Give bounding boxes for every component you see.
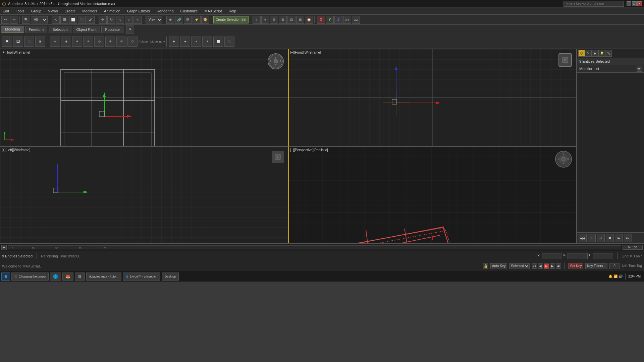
selected-dropdown[interactable]: Selected — [509, 263, 530, 269]
key-filters-button[interactable]: Key Filters... — [585, 263, 607, 269]
create-selection-set-button[interactable]: Create Selection Sel — [213, 16, 249, 23]
tb-redo[interactable]: ↪ — [10, 16, 18, 24]
prev-frame-btn[interactable]: ◀ — [538, 263, 543, 269]
menu-rendering[interactable]: Rendering — [155, 8, 175, 14]
z-field[interactable] — [593, 253, 613, 259]
viewport-perspective[interactable]: [+][Perspective][Realistic] — [288, 146, 576, 243]
ribbon-btn-7[interactable]: ⊕ — [72, 37, 82, 47]
next-frame-btn[interactable]: ▶ — [550, 263, 555, 269]
tb-align3[interactable]: ⊠ — [279, 16, 287, 24]
close-button[interactable]: ✕ — [637, 1, 642, 6]
ribbon-extra-1[interactable]: ▶ — [169, 37, 179, 47]
menu-group[interactable]: Group — [30, 8, 43, 14]
x-field[interactable] — [542, 253, 562, 259]
tb-x-axis[interactable]: X — [317, 16, 325, 24]
tb-move[interactable]: ✛ — [99, 16, 107, 24]
ribbon-btn-5[interactable]: ◈ — [50, 37, 60, 47]
tb-align2[interactable]: ⊟ — [270, 16, 278, 24]
tab-freeform[interactable]: Freeform — [25, 26, 48, 33]
tb-select-by-name[interactable]: ☰ — [60, 16, 68, 24]
transform-dropdown[interactable]: View — [146, 16, 162, 23]
tb-link[interactable]: 🔗 — [175, 16, 183, 24]
panel-stop-btn[interactable]: ⏹ — [606, 234, 614, 242]
tb-y-axis[interactable]: Y — [326, 16, 334, 24]
tb-scale3[interactable]: ⤣ — [133, 16, 142, 24]
ribbon-btn-4[interactable]: ▣ — [35, 37, 45, 47]
taskbar-skype[interactable]: S Skype™ - ericsepich — [123, 273, 161, 281]
taskbar-3dsmax[interactable]: ⬡ Changing the proper... — [11, 273, 49, 281]
tb-undo[interactable]: ↩ — [1, 16, 9, 24]
tb-select-filter[interactable]: 🔍 — [22, 16, 30, 24]
tb-bind[interactable]: ⚡ — [193, 16, 201, 24]
ribbon-btn-2[interactable]: 🔳 — [13, 37, 23, 47]
auto-key-button[interactable]: Auto Key — [490, 263, 507, 269]
go-end-btn[interactable]: ⏭ — [556, 263, 561, 269]
viewport-front[interactable]: [+][Front][Wireframe] — [288, 49, 576, 146]
tb-align5[interactable]: ⊞ — [296, 16, 304, 24]
tb-mirror[interactable]: ⬦ — [253, 16, 261, 24]
polygon-modeling-label[interactable]: Polygon Modeling ▾ — [139, 37, 167, 47]
panel-rec-btn[interactable]: ⏮ — [615, 234, 623, 242]
tab-selection[interactable]: Selection — [49, 26, 71, 33]
persp-nav-gizmo[interactable]: T B L R — [555, 151, 572, 168]
front-nav-gizmo[interactable]: F — [558, 53, 572, 67]
menu-edit[interactable]: Edit — [1, 8, 10, 14]
tb-scale[interactable]: ⤡ — [116, 16, 124, 24]
panel-next-btn[interactable]: ⏭ — [624, 234, 632, 242]
ribbon-btn-6[interactable]: ◉ — [61, 37, 71, 47]
minimize-button[interactable]: ─ — [627, 1, 631, 6]
ribbon-extra-3[interactable]: ▲ — [191, 37, 201, 47]
panel-tab-hierarchy[interactable]: ✎ — [585, 50, 592, 57]
ribbon-btn-9[interactable]: ◎ — [94, 37, 104, 47]
tb-select[interactable]: ↖ — [52, 16, 60, 24]
panel-play-btn[interactable]: ◀◀ — [579, 234, 587, 242]
viewport-top[interactable]: [+][Top][Wireframe] — [0, 49, 288, 146]
lock-button[interactable]: 🔒 — [483, 263, 488, 269]
ribbon-extra-6[interactable]: ⬛ — [224, 37, 234, 47]
taskbar-firefox[interactable]: 🦊 — [62, 273, 73, 281]
tab-modeling[interactable]: Modeling — [1, 26, 24, 33]
modifier-list-dropdown[interactable]: ▼ — [637, 66, 642, 72]
panel-tab-modify[interactable]: ⬡ — [578, 50, 585, 57]
go-start-btn[interactable]: ⏮ — [532, 263, 537, 269]
taskbar-tictactoe[interactable]: tictactoe.max - Auto... — [86, 273, 121, 281]
ribbon-btn-10[interactable]: ⊞ — [105, 37, 115, 47]
tb-unlink[interactable]: ⛓ — [184, 16, 192, 24]
menu-maxscript[interactable]: MAXScript — [203, 8, 223, 14]
tb-material[interactable]: 🎨 — [201, 16, 209, 24]
tb-xz-axis[interactable]: XZ — [352, 16, 360, 24]
tb-z-axis[interactable]: Z — [334, 16, 342, 24]
ribbon-btn-12[interactable]: ⬡ — [127, 37, 138, 47]
panel-tab-display[interactable]: 💡 — [598, 50, 605, 57]
add-time-tag[interactable]: Add Time Tag — [622, 264, 642, 268]
menu-views[interactable]: Views — [47, 8, 59, 14]
taskbar-chrome[interactable]: 🌐 — [50, 273, 61, 281]
tab-populate[interactable]: Populate — [101, 26, 123, 33]
ribbon-extra-5[interactable]: ⬜ — [213, 37, 223, 47]
panel-tab-utilities[interactable]: 🔧 — [605, 50, 612, 57]
menu-create[interactable]: Create — [63, 8, 77, 14]
ribbon-btn-1[interactable]: 🔲 — [2, 37, 12, 47]
timeline-track[interactable]: 0 25 50 75 100 — [8, 245, 621, 249]
tab-object-paint[interactable]: Object Paint — [73, 26, 100, 33]
start-button[interactable]: ⊞ — [1, 273, 10, 281]
tb-pivot[interactable]: ⊕ — [166, 16, 174, 24]
menu-modifiers[interactable]: Modifiers — [81, 8, 99, 14]
menu-animation[interactable]: Animation — [103, 8, 122, 14]
tb-rotate[interactable]: ↻ — [107, 16, 115, 24]
panel-pause-btn[interactable]: ⏸ — [588, 234, 596, 242]
y-field[interactable] — [568, 253, 588, 259]
taskbar-recycle[interactable]: 🗑 — [75, 273, 85, 281]
taskbar-desktop[interactable]: Desktop — [162, 273, 179, 281]
menu-graph-editors[interactable]: Graph Editors — [126, 8, 151, 14]
tb-window-crossing[interactable]: ⬛ — [78, 16, 86, 24]
timeline-play-button[interactable]: ▶ — [1, 245, 7, 250]
tb-paint-select[interactable]: 🖌 — [87, 16, 95, 24]
set-key-button[interactable]: Set Key — [568, 263, 583, 269]
tb-toggle-scene[interactable]: 🏠 — [305, 16, 313, 24]
search-input[interactable] — [564, 1, 624, 7]
ribbon-btn-8[interactable]: ⊗ — [83, 37, 93, 47]
play-btn[interactable]: ▶ — [544, 263, 549, 269]
menu-tools[interactable]: Tools — [14, 8, 26, 14]
left-nav-gizmo[interactable]: L — [272, 151, 284, 163]
